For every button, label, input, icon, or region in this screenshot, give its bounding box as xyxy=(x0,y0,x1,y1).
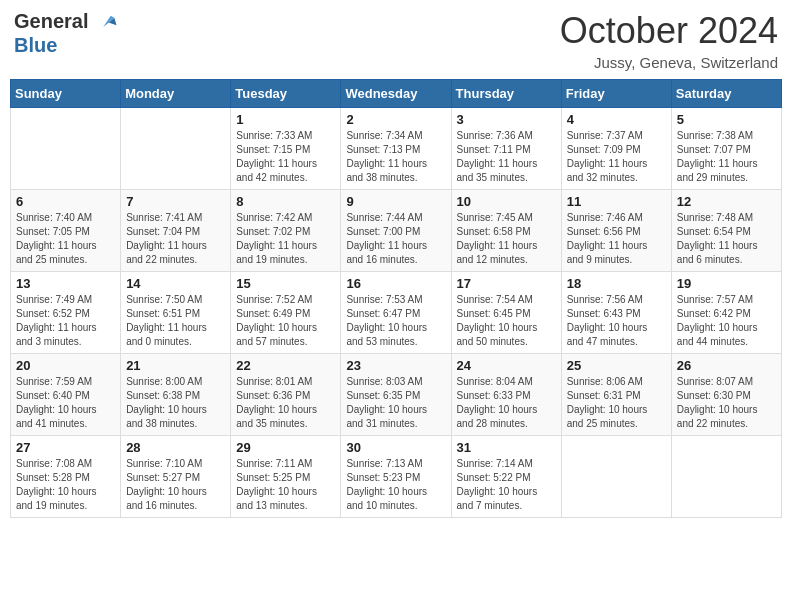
day-number: 31 xyxy=(457,440,556,455)
day-number: 23 xyxy=(346,358,445,373)
day-number: 22 xyxy=(236,358,335,373)
calendar-week-row: 1Sunrise: 7:33 AM Sunset: 7:15 PM Daylig… xyxy=(11,108,782,190)
calendar-cell: 29Sunrise: 7:11 AM Sunset: 5:25 PM Dayli… xyxy=(231,436,341,518)
day-header-saturday: Saturday xyxy=(671,80,781,108)
day-number: 6 xyxy=(16,194,115,209)
logo-blue: Blue xyxy=(14,34,118,56)
day-info: Sunrise: 7:53 AM Sunset: 6:47 PM Dayligh… xyxy=(346,293,445,349)
day-number: 21 xyxy=(126,358,225,373)
day-info: Sunrise: 8:07 AM Sunset: 6:30 PM Dayligh… xyxy=(677,375,776,431)
calendar-cell xyxy=(671,436,781,518)
calendar-week-row: 20Sunrise: 7:59 AM Sunset: 6:40 PM Dayli… xyxy=(11,354,782,436)
day-info: Sunrise: 7:38 AM Sunset: 7:07 PM Dayligh… xyxy=(677,129,776,185)
calendar-cell: 25Sunrise: 8:06 AM Sunset: 6:31 PM Dayli… xyxy=(561,354,671,436)
calendar-cell: 6Sunrise: 7:40 AM Sunset: 7:05 PM Daylig… xyxy=(11,190,121,272)
day-number: 5 xyxy=(677,112,776,127)
day-info: Sunrise: 7:41 AM Sunset: 7:04 PM Dayligh… xyxy=(126,211,225,267)
day-number: 13 xyxy=(16,276,115,291)
location: Jussy, Geneva, Switzerland xyxy=(560,54,778,71)
calendar-cell: 16Sunrise: 7:53 AM Sunset: 6:47 PM Dayli… xyxy=(341,272,451,354)
day-info: Sunrise: 7:52 AM Sunset: 6:49 PM Dayligh… xyxy=(236,293,335,349)
day-number: 28 xyxy=(126,440,225,455)
day-info: Sunrise: 7:40 AM Sunset: 7:05 PM Dayligh… xyxy=(16,211,115,267)
day-number: 12 xyxy=(677,194,776,209)
calendar-cell: 23Sunrise: 8:03 AM Sunset: 6:35 PM Dayli… xyxy=(341,354,451,436)
calendar-cell: 18Sunrise: 7:56 AM Sunset: 6:43 PM Dayli… xyxy=(561,272,671,354)
day-number: 3 xyxy=(457,112,556,127)
calendar-cell: 21Sunrise: 8:00 AM Sunset: 6:38 PM Dayli… xyxy=(121,354,231,436)
calendar-cell: 20Sunrise: 7:59 AM Sunset: 6:40 PM Dayli… xyxy=(11,354,121,436)
calendar-table: SundayMondayTuesdayWednesdayThursdayFrid… xyxy=(10,79,782,518)
day-info: Sunrise: 7:54 AM Sunset: 6:45 PM Dayligh… xyxy=(457,293,556,349)
calendar-cell: 31Sunrise: 7:14 AM Sunset: 5:22 PM Dayli… xyxy=(451,436,561,518)
day-info: Sunrise: 7:50 AM Sunset: 6:51 PM Dayligh… xyxy=(126,293,225,349)
calendar-week-row: 13Sunrise: 7:49 AM Sunset: 6:52 PM Dayli… xyxy=(11,272,782,354)
day-header-monday: Monday xyxy=(121,80,231,108)
day-number: 30 xyxy=(346,440,445,455)
logo: General Blue xyxy=(14,10,118,56)
day-info: Sunrise: 7:08 AM Sunset: 5:28 PM Dayligh… xyxy=(16,457,115,513)
day-number: 10 xyxy=(457,194,556,209)
day-number: 14 xyxy=(126,276,225,291)
page-header: General Blue October 2024 Jussy, Geneva,… xyxy=(10,10,782,71)
logo-bird-icon xyxy=(96,12,118,34)
day-info: Sunrise: 7:10 AM Sunset: 5:27 PM Dayligh… xyxy=(126,457,225,513)
day-info: Sunrise: 7:36 AM Sunset: 7:11 PM Dayligh… xyxy=(457,129,556,185)
calendar-cell xyxy=(561,436,671,518)
day-info: Sunrise: 7:44 AM Sunset: 7:00 PM Dayligh… xyxy=(346,211,445,267)
day-number: 4 xyxy=(567,112,666,127)
day-number: 19 xyxy=(677,276,776,291)
day-info: Sunrise: 7:11 AM Sunset: 5:25 PM Dayligh… xyxy=(236,457,335,513)
day-number: 17 xyxy=(457,276,556,291)
day-info: Sunrise: 7:33 AM Sunset: 7:15 PM Dayligh… xyxy=(236,129,335,185)
day-number: 25 xyxy=(567,358,666,373)
calendar-cell: 19Sunrise: 7:57 AM Sunset: 6:42 PM Dayli… xyxy=(671,272,781,354)
day-number: 20 xyxy=(16,358,115,373)
day-number: 26 xyxy=(677,358,776,373)
calendar-week-row: 27Sunrise: 7:08 AM Sunset: 5:28 PM Dayli… xyxy=(11,436,782,518)
day-info: Sunrise: 7:59 AM Sunset: 6:40 PM Dayligh… xyxy=(16,375,115,431)
title-block: October 2024 Jussy, Geneva, Switzerland xyxy=(560,10,778,71)
logo-general: General xyxy=(14,10,88,32)
calendar-cell: 9Sunrise: 7:44 AM Sunset: 7:00 PM Daylig… xyxy=(341,190,451,272)
day-number: 29 xyxy=(236,440,335,455)
calendar-cell: 14Sunrise: 7:50 AM Sunset: 6:51 PM Dayli… xyxy=(121,272,231,354)
day-header-wednesday: Wednesday xyxy=(341,80,451,108)
calendar-cell xyxy=(121,108,231,190)
calendar-cell: 28Sunrise: 7:10 AM Sunset: 5:27 PM Dayli… xyxy=(121,436,231,518)
calendar-cell: 12Sunrise: 7:48 AM Sunset: 6:54 PM Dayli… xyxy=(671,190,781,272)
calendar-cell xyxy=(11,108,121,190)
day-header-sunday: Sunday xyxy=(11,80,121,108)
calendar-cell: 27Sunrise: 7:08 AM Sunset: 5:28 PM Dayli… xyxy=(11,436,121,518)
day-number: 27 xyxy=(16,440,115,455)
day-info: Sunrise: 8:04 AM Sunset: 6:33 PM Dayligh… xyxy=(457,375,556,431)
day-info: Sunrise: 7:34 AM Sunset: 7:13 PM Dayligh… xyxy=(346,129,445,185)
calendar-cell: 11Sunrise: 7:46 AM Sunset: 6:56 PM Dayli… xyxy=(561,190,671,272)
day-number: 24 xyxy=(457,358,556,373)
day-info: Sunrise: 7:45 AM Sunset: 6:58 PM Dayligh… xyxy=(457,211,556,267)
day-number: 2 xyxy=(346,112,445,127)
day-header-friday: Friday xyxy=(561,80,671,108)
day-number: 11 xyxy=(567,194,666,209)
day-info: Sunrise: 7:57 AM Sunset: 6:42 PM Dayligh… xyxy=(677,293,776,349)
day-header-tuesday: Tuesday xyxy=(231,80,341,108)
day-number: 16 xyxy=(346,276,445,291)
day-info: Sunrise: 7:13 AM Sunset: 5:23 PM Dayligh… xyxy=(346,457,445,513)
calendar-cell: 7Sunrise: 7:41 AM Sunset: 7:04 PM Daylig… xyxy=(121,190,231,272)
day-number: 8 xyxy=(236,194,335,209)
day-number: 18 xyxy=(567,276,666,291)
calendar-cell: 8Sunrise: 7:42 AM Sunset: 7:02 PM Daylig… xyxy=(231,190,341,272)
day-header-thursday: Thursday xyxy=(451,80,561,108)
day-info: Sunrise: 8:06 AM Sunset: 6:31 PM Dayligh… xyxy=(567,375,666,431)
calendar-cell: 3Sunrise: 7:36 AM Sunset: 7:11 PM Daylig… xyxy=(451,108,561,190)
calendar-cell: 4Sunrise: 7:37 AM Sunset: 7:09 PM Daylig… xyxy=(561,108,671,190)
calendar-cell: 2Sunrise: 7:34 AM Sunset: 7:13 PM Daylig… xyxy=(341,108,451,190)
calendar-cell: 24Sunrise: 8:04 AM Sunset: 6:33 PM Dayli… xyxy=(451,354,561,436)
calendar-week-row: 6Sunrise: 7:40 AM Sunset: 7:05 PM Daylig… xyxy=(11,190,782,272)
calendar-cell: 10Sunrise: 7:45 AM Sunset: 6:58 PM Dayli… xyxy=(451,190,561,272)
calendar-cell: 1Sunrise: 7:33 AM Sunset: 7:15 PM Daylig… xyxy=(231,108,341,190)
day-number: 1 xyxy=(236,112,335,127)
calendar-cell: 17Sunrise: 7:54 AM Sunset: 6:45 PM Dayli… xyxy=(451,272,561,354)
calendar-cell: 26Sunrise: 8:07 AM Sunset: 6:30 PM Dayli… xyxy=(671,354,781,436)
day-info: Sunrise: 8:03 AM Sunset: 6:35 PM Dayligh… xyxy=(346,375,445,431)
